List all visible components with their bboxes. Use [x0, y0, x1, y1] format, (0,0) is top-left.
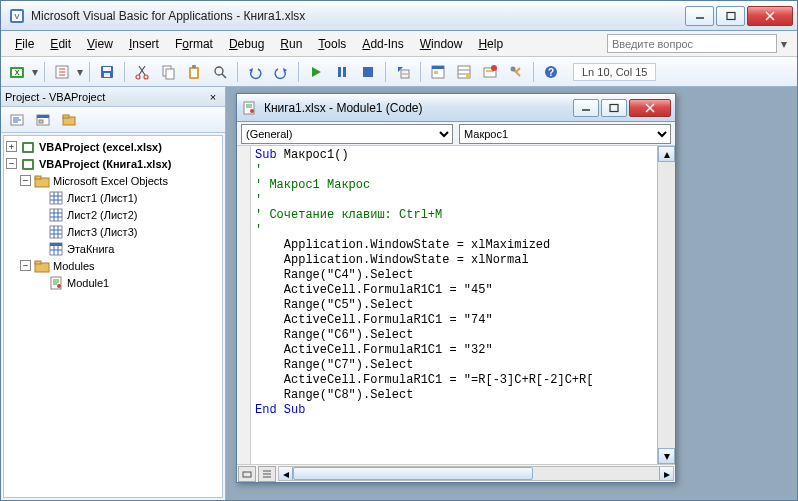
project-pane-close-icon[interactable]: ×: [205, 89, 221, 105]
menu-run[interactable]: Run: [272, 34, 310, 54]
svg-rect-65: [50, 192, 62, 204]
cursor-position: Ln 10, Col 15: [573, 63, 656, 81]
code-maximize-button[interactable]: [601, 99, 627, 117]
project-pane-toolbar: [1, 107, 225, 133]
view-code-button[interactable]: [5, 108, 29, 132]
code-window-footer: ◂ ▸: [237, 464, 675, 482]
menu-debug[interactable]: Debug: [221, 34, 272, 54]
tree-folder-modules[interactable]: − Modules: [6, 257, 220, 274]
module-icon: [241, 100, 257, 116]
tree-thisworkbook[interactable]: ЭтаКнига: [6, 240, 220, 257]
object-dropdown[interactable]: (General): [241, 124, 453, 144]
svg-rect-24: [191, 69, 197, 77]
scroll-thumb[interactable]: [293, 467, 533, 480]
menu-view[interactable]: View: [79, 34, 121, 54]
code-minimize-button[interactable]: [573, 99, 599, 117]
menu-addins[interactable]: Add-Ins: [354, 34, 411, 54]
full-module-view-button[interactable]: [258, 466, 276, 482]
svg-point-46: [491, 65, 497, 71]
svg-rect-4: [727, 12, 735, 19]
code-window-title: Книга1.xlsx - Module1 (Code): [264, 101, 571, 115]
project-pane-title: Project - VBAProject: [5, 91, 205, 103]
svg-rect-16: [104, 73, 110, 77]
svg-point-95: [250, 109, 254, 113]
run-button[interactable]: [304, 60, 328, 84]
collapse-icon[interactable]: −: [6, 158, 17, 169]
svg-point-47: [511, 66, 516, 71]
tree-project-kniga1[interactable]: − VBAProject (Книга1.xlsx): [6, 155, 220, 172]
svg-point-20: [144, 75, 148, 79]
scroll-down-icon[interactable]: ▾: [658, 448, 675, 464]
close-button[interactable]: [747, 6, 793, 26]
toolbox-button[interactable]: [504, 60, 528, 84]
project-icon: [20, 156, 36, 172]
scroll-up-icon[interactable]: ▴: [658, 146, 675, 162]
svg-text:?: ?: [548, 67, 554, 78]
tree-module1[interactable]: Module1: [6, 274, 220, 291]
cut-button[interactable]: [130, 60, 154, 84]
tree-label: Лист2 (Лист2): [67, 209, 137, 221]
collapse-icon[interactable]: −: [20, 260, 31, 271]
code-window-titlebar[interactable]: Книга1.xlsx - Module1 (Code): [237, 94, 675, 122]
menu-edit[interactable]: Edit: [42, 34, 79, 54]
tree-sheet1[interactable]: Лист1 (Лист1): [6, 189, 220, 206]
redo-button[interactable]: [269, 60, 293, 84]
menu-insert[interactable]: Insert: [121, 34, 167, 54]
menu-tools[interactable]: Tools: [310, 34, 354, 54]
code-horizontal-scrollbar[interactable]: ◂ ▸: [278, 466, 674, 481]
menu-format[interactable]: Format: [167, 34, 221, 54]
tree-folder-excel-objects[interactable]: − Microsoft Excel Objects: [6, 172, 220, 189]
procedure-dropdown[interactable]: Макрос1: [459, 124, 671, 144]
code-vertical-scrollbar[interactable]: ▴ ▾: [657, 146, 675, 464]
procedure-view-button[interactable]: [238, 466, 256, 482]
save-button[interactable]: [95, 60, 119, 84]
object-browser-button[interactable]: [478, 60, 502, 84]
help-search-dropdown-icon[interactable]: ▾: [777, 37, 791, 51]
project-tree[interactable]: + VBAProject (excel.xlsx) − VBAProject (…: [3, 135, 223, 498]
view-excel-button[interactable]: X: [5, 60, 29, 84]
svg-rect-31: [338, 67, 341, 77]
tree-project-excel[interactable]: + VBAProject (excel.xlsx): [6, 138, 220, 155]
project-explorer-pane: Project - VBAProject × + VBAProject (exc…: [1, 87, 226, 500]
tree-sheet2[interactable]: Лист2 (Лист2): [6, 206, 220, 223]
svg-rect-15: [103, 67, 111, 71]
tree-label: Лист3 (Лист3): [67, 226, 137, 238]
tree-label: Module1: [67, 277, 109, 289]
scroll-left-icon[interactable]: ◂: [279, 467, 293, 480]
properties-button[interactable]: [452, 60, 476, 84]
insert-dropdown[interactable]: ▾: [76, 65, 84, 79]
tree-sheet3[interactable]: Лист3 (Лист3): [6, 223, 220, 240]
code-close-button[interactable]: [629, 99, 671, 117]
minimize-button[interactable]: [685, 6, 714, 26]
paste-button[interactable]: [182, 60, 206, 84]
view-excel-dropdown[interactable]: ▾: [31, 65, 39, 79]
svg-rect-38: [432, 66, 444, 69]
collapse-icon[interactable]: −: [20, 175, 31, 186]
svg-rect-58: [63, 115, 69, 118]
view-object-button[interactable]: [31, 108, 55, 132]
reset-button[interactable]: [356, 60, 380, 84]
menu-file[interactable]: File: [7, 34, 42, 54]
mdi-area: Книга1.xlsx - Module1 (Code) (General) М…: [226, 87, 797, 500]
menu-help[interactable]: Help: [470, 34, 511, 54]
design-mode-button[interactable]: [391, 60, 415, 84]
code-editor[interactable]: Sub Макрос1() ' ' Макрос1 Макрос ' ' Соч…: [251, 146, 657, 464]
project-explorer-button[interactable]: [426, 60, 450, 84]
undo-button[interactable]: [243, 60, 267, 84]
help-search-input[interactable]: [607, 34, 777, 53]
svg-point-26: [215, 67, 223, 75]
help-button[interactable]: ?: [539, 60, 563, 84]
scroll-right-icon[interactable]: ▸: [659, 467, 673, 480]
copy-button[interactable]: [156, 60, 180, 84]
insert-button[interactable]: [50, 60, 74, 84]
toggle-folders-button[interactable]: [57, 108, 81, 132]
find-button[interactable]: [208, 60, 232, 84]
code-margin[interactable]: [237, 146, 251, 464]
menu-window[interactable]: Window: [412, 34, 471, 54]
svg-rect-33: [363, 67, 373, 77]
svg-rect-55: [37, 115, 49, 118]
maximize-button[interactable]: [716, 6, 745, 26]
break-button[interactable]: [330, 60, 354, 84]
expand-icon[interactable]: +: [6, 141, 17, 152]
svg-rect-100: [243, 472, 251, 477]
